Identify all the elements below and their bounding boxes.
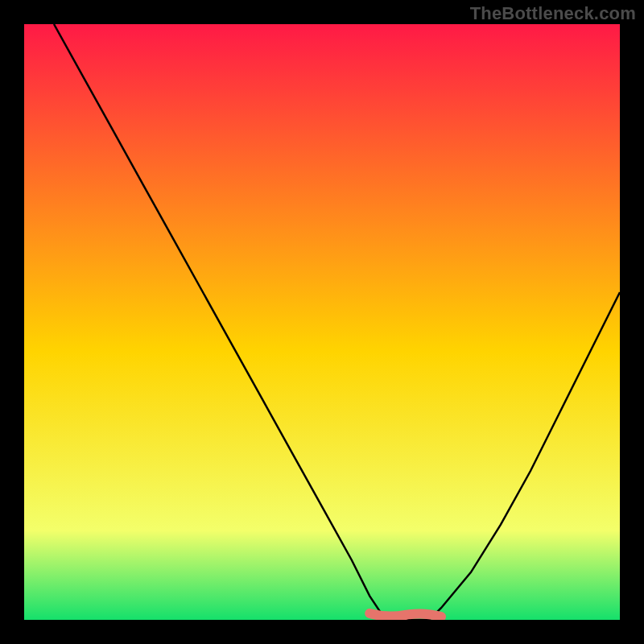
chart-frame: TheBottleneck.com bbox=[0, 0, 644, 644]
watermark-text: TheBottleneck.com bbox=[470, 3, 636, 24]
bottleneck-curve bbox=[54, 24, 620, 620]
curve-layer bbox=[24, 24, 620, 620]
plot-area bbox=[24, 24, 620, 620]
optimal-region-marker bbox=[369, 613, 441, 617]
